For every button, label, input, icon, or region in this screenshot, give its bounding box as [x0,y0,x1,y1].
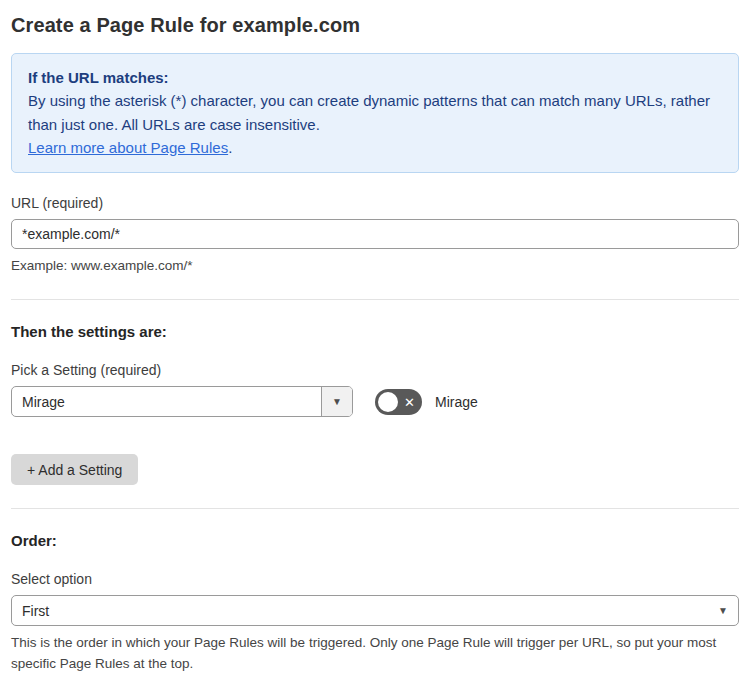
setting-select[interactable]: Mirage ▼ [11,386,353,417]
page-title: Create a Page Rule for example.com [11,14,739,37]
url-match-info-box: If the URL matches: By using the asteris… [11,53,739,173]
setting-select-arrow-button[interactable]: ▼ [321,387,352,416]
add-setting-button[interactable]: + Add a Setting [11,454,138,485]
toggle-off-x-icon: ✕ [404,395,415,408]
divider [11,299,739,300]
mirage-toggle-label: Mirage [435,394,478,410]
learn-more-link[interactable]: Learn more about Page Rules [28,139,228,156]
pick-setting-label: Pick a Setting (required) [11,362,739,378]
url-example-helper: Example: www.example.com/* [11,256,739,276]
url-field-label: URL (required) [11,195,739,211]
setting-row: Mirage ▼ ✕ Mirage [11,386,739,417]
info-box-body: By using the asterisk (*) character, you… [28,89,722,136]
divider [11,508,739,509]
order-select[interactable]: First ▼ [11,595,739,626]
info-box-link-line: Learn more about Page Rules. [28,136,722,159]
chevron-down-icon: ▼ [332,397,342,407]
order-select-label: Select option [11,571,739,587]
order-section-heading: Order: [11,532,739,549]
url-input[interactable] [11,219,739,249]
chevron-down-icon: ▼ [708,596,738,625]
toggle-knob [378,392,398,412]
mirage-toggle[interactable]: ✕ [375,389,422,415]
link-period: . [228,139,232,156]
setting-select-value: Mirage [12,387,321,416]
settings-section-heading: Then the settings are: [11,323,739,340]
order-select-value: First [12,596,708,625]
info-box-heading: If the URL matches: [28,66,722,89]
order-helper-text: This is the order in which your Page Rul… [11,633,739,674]
